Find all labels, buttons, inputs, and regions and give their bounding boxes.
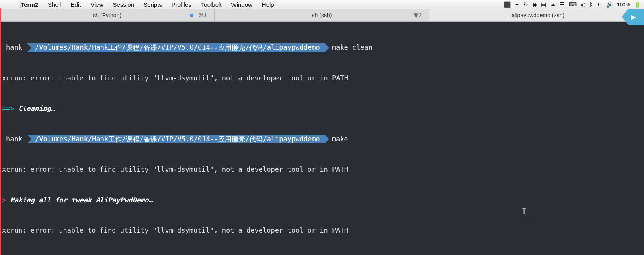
menu-toolbelt[interactable]: Toolbelt <box>196 1 226 8</box>
iterm-tab-bar: sh (Python) ⌘1 sh (ssh) ⌘2 ..alipaypwdde… <box>0 9 644 22</box>
menu-session[interactable]: Session <box>108 1 139 8</box>
menu-profiles[interactable]: Profiles <box>167 1 196 8</box>
tab-label: sh (Python) <box>93 12 121 18</box>
output-line: xcrun: error: unable to find utility "ll… <box>2 226 644 236</box>
tab-label: ..alipaypwddemo (zsh) <box>509 12 564 18</box>
wifi-icon[interactable]: ᯤ <box>597 1 602 8</box>
prompt-user-segment: hank <box>2 135 27 143</box>
dirty-indicator-icon <box>190 14 193 17</box>
menu-edit[interactable]: Edit <box>66 1 86 8</box>
prompt-line: hank /Volumes/Hank/Hank工作/课程/备课/VIP/V5.0… <box>2 43 644 53</box>
status-icon[interactable]: ☁ <box>550 1 556 8</box>
macos-menubar: iTerm2 Shell Edit View Session Scripts P… <box>0 0 644 9</box>
menu-view[interactable]: View <box>86 1 108 8</box>
tab-sh-ssh[interactable]: sh (ssh) ⌘2 <box>215 9 429 21</box>
status-icon[interactable]: ◉ <box>532 1 537 8</box>
bluetooth-icon[interactable]: ᛒ <box>589 1 593 8</box>
prompt-path-segment: /Volumes/Hank/Hank工作/课程/备课/VIP/V5.0/014-… <box>27 43 325 52</box>
volume-icon[interactable]: 🔊 <box>606 1 613 8</box>
status-icon[interactable]: ◎ <box>581 1 585 8</box>
menu-window[interactable]: Window <box>226 1 257 8</box>
output-line: xcrun: error: unable to find utility "ll… <box>2 73 644 84</box>
prompt-line: hank /Volumes/Hank/Hank工作/课程/备课/VIP/V5.0… <box>2 134 644 145</box>
tab-alipaypwddemo[interactable]: ..alipaypwddemo (zsh) ⌘3 <box>429 9 644 21</box>
output-line: ==> Cleaning… <box>2 104 644 114</box>
menu-scripts[interactable]: Scripts <box>139 1 167 8</box>
status-icon[interactable]: ⬛ <box>504 1 511 8</box>
output-line: xcrun: error: unable to find utility "ll… <box>2 165 644 175</box>
battery-icon[interactable]: 🔋 <box>634 1 641 8</box>
status-icon[interactable]: ✦ <box>515 1 519 8</box>
tab-shortcut: ⌘1 <box>199 12 207 18</box>
status-icon[interactable]: ☰ <box>560 1 565 8</box>
output-line: > Making all for tweak AliPayPwdDemo… <box>2 195 644 206</box>
status-icon[interactable]: ⌨ <box>569 1 577 8</box>
terminal-viewport[interactable]: hank /Volumes/Hank/Hank工作/课程/备课/VIP/V5.0… <box>1 22 644 255</box>
command-text: make <box>332 134 348 145</box>
menu-help[interactable]: Help <box>257 1 279 8</box>
battery-percent[interactable]: 100% <box>617 2 630 8</box>
tab-sh-python[interactable]: sh (Python) ⌘1 <box>0 9 215 21</box>
prompt-user-segment: hank <box>2 43 27 52</box>
tab-label: sh (ssh) <box>312 12 332 18</box>
tab-shortcut: ⌘2 <box>413 12 422 18</box>
status-icon[interactable]: ▤ <box>541 1 546 8</box>
window-edge-highlight <box>0 8 1 255</box>
command-text: make clean <box>332 43 373 53</box>
menu-shell[interactable]: Shell <box>43 1 66 8</box>
prompt-path-segment: /Volumes/Hank/Hank工作/课程/备课/VIP/V5.0/014-… <box>27 135 325 143</box>
app-name[interactable]: iTerm2 <box>14 1 43 8</box>
status-icon[interactable]: ↻ <box>523 1 528 8</box>
